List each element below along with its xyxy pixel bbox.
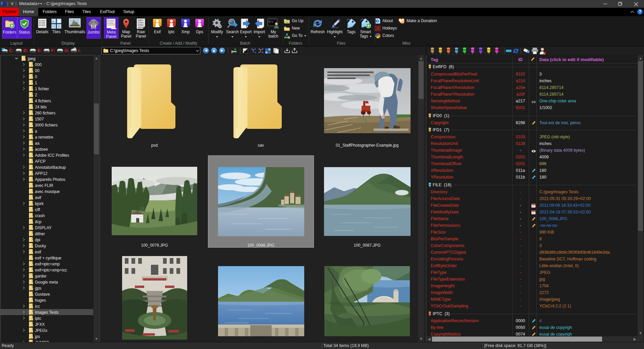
svg-text:C:\: C:\ [269, 20, 273, 23]
svg-text:4EF0: 4EF0 [138, 26, 144, 29]
svg-text:17: 17 [532, 205, 535, 207]
svg-text:?: ? [639, 9, 641, 14]
svg-text:17: 17 [532, 212, 535, 214]
